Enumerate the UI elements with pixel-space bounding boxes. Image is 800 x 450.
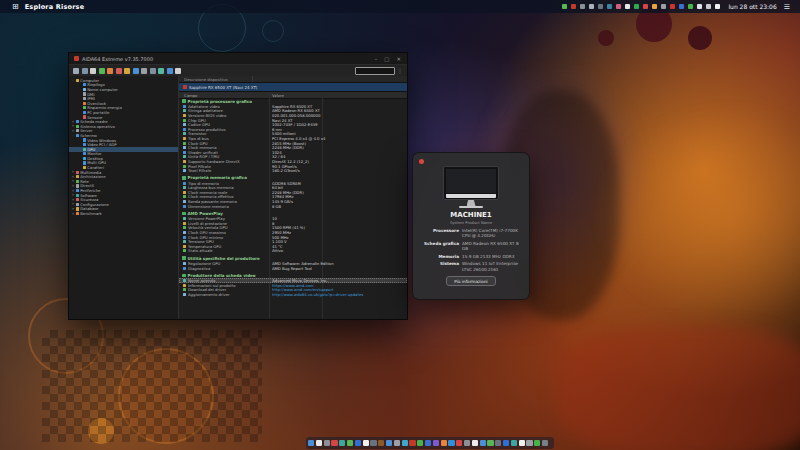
tray-icon-gray3[interactable] [661, 4, 666, 9]
dock-icon-14[interactable] [409, 440, 415, 446]
titlebar[interactable]: AIDA64 Extreme v7.35.7000 – ▢ ✕ [69, 53, 407, 65]
start-menu-icon[interactable]: ⊞ [12, 3, 19, 11]
tree-expander-icon[interactable]: - [71, 78, 75, 82]
dock-icon-12[interactable] [394, 440, 400, 446]
tree-item-icon [83, 97, 86, 100]
tray-icon-red2[interactable] [643, 4, 648, 9]
tray-icon-green2[interactable] [634, 4, 639, 9]
help-icon[interactable] [167, 68, 173, 74]
close-icon[interactable] [419, 159, 424, 164]
tree-expander-icon[interactable]: + [71, 120, 75, 124]
tree-expander-icon[interactable]: + [71, 175, 75, 179]
tree-expander-icon[interactable]: + [71, 193, 75, 197]
kebab-menu-icon[interactable]: ⋮ [397, 67, 403, 74]
table-row[interactable]: Stato attualeAttivo [179, 249, 407, 254]
maximize-button[interactable]: ▢ [384, 56, 389, 62]
tree-expander-icon[interactable]: + [71, 129, 75, 133]
dock-icon-31[interactable] [542, 440, 548, 446]
tray-icon-pink[interactable] [616, 4, 621, 9]
dock-icon-7[interactable] [355, 440, 361, 446]
dock-icon-18[interactable] [441, 440, 447, 446]
dock-icon-20[interactable] [456, 440, 462, 446]
tree-expander-icon[interactable]: - [71, 133, 75, 137]
table-row[interactable]: DiagnosticaAMD Bug Report Tool [179, 266, 407, 271]
search-input[interactable] [356, 69, 394, 74]
dock-icon-15[interactable] [417, 440, 423, 446]
tree-expander-icon[interactable]: + [71, 212, 75, 216]
tray-icon-green3[interactable] [688, 4, 693, 9]
info-icon[interactable] [175, 68, 181, 74]
settings-icon[interactable] [150, 68, 156, 74]
dock-icon-16[interactable] [425, 440, 431, 446]
table-row[interactable]: Dimensione memoria8 GB [179, 204, 407, 209]
tray-icon-light3[interactable] [715, 4, 720, 9]
forward-icon[interactable] [82, 68, 88, 74]
tray-icon-blue2[interactable] [679, 4, 684, 9]
tray-icon-gray1[interactable] [580, 4, 585, 9]
dock-icon-10[interactable] [378, 440, 384, 446]
value-link[interactable]: http://www.aida64.co.uk/goto?p=driver-up… [272, 292, 405, 297]
tray-icon-red3[interactable] [670, 4, 675, 9]
dock-icon-3[interactable] [324, 440, 330, 446]
dock-icon-21[interactable] [464, 440, 470, 446]
table-row[interactable]: Texel Fillrate180.2 GTexel/s [179, 168, 407, 173]
dock-icon-11[interactable] [386, 440, 392, 446]
tree-expander-icon[interactable]: + [71, 124, 75, 128]
update-icon[interactable] [158, 68, 164, 74]
minimize-button[interactable]: – [374, 56, 377, 62]
dock-icon-13[interactable] [402, 440, 408, 446]
dock-icon-9[interactable] [370, 440, 376, 446]
sensor-icon[interactable] [116, 68, 122, 74]
tray-icon-blue[interactable] [607, 4, 612, 9]
dock-icon-24[interactable] [487, 440, 493, 446]
dock-icon-1[interactable] [308, 440, 314, 446]
dock-icon-4[interactable] [331, 440, 337, 446]
dock-icon-23[interactable] [480, 440, 486, 446]
video-icon[interactable] [133, 68, 139, 74]
search-box[interactable] [355, 67, 395, 75]
report-icon[interactable] [90, 68, 96, 74]
dock-icon-22[interactable] [472, 440, 478, 446]
tray-icon-red[interactable] [571, 4, 576, 9]
tray-icons [562, 4, 720, 9]
dock-icon-19[interactable] [448, 440, 454, 446]
database-icon[interactable] [124, 68, 130, 74]
tree-expander-icon[interactable]: + [71, 198, 75, 202]
tray-icon-slate[interactable] [598, 4, 603, 9]
tree-expander-icon[interactable]: + [71, 189, 75, 193]
dock-icon-29[interactable] [526, 440, 532, 446]
tree-expander-icon[interactable]: + [71, 184, 75, 188]
tree-expander-icon[interactable]: + [71, 170, 75, 174]
dock-icon-5[interactable] [339, 440, 345, 446]
tray-icon-light1[interactable] [697, 4, 702, 9]
device-row[interactable]: Sapphire RX 6500 XT (Navi 24 XT) [179, 83, 407, 92]
benchmark-icon[interactable] [107, 68, 113, 74]
tray-icon-green[interactable] [562, 4, 567, 9]
tree-item[interactable]: +Benchmark [69, 211, 178, 216]
back-icon[interactable] [73, 68, 79, 74]
dock-icon-17[interactable] [433, 440, 439, 446]
tree-expander-icon[interactable]: + [71, 179, 75, 183]
dock-icon-28[interactable] [519, 440, 525, 446]
notification-center-icon[interactable]: ☰ [784, 3, 790, 11]
tray-icon-gray2[interactable] [589, 4, 594, 9]
table-row[interactable]: Aggiornamento driverhttp://www.aida64.co… [179, 292, 407, 297]
dock-icon-27[interactable] [511, 440, 517, 446]
tray-icon-light2[interactable] [706, 4, 711, 9]
close-button[interactable]: ✕ [396, 56, 401, 62]
dock-icon-25[interactable] [495, 440, 501, 446]
dock-icon-2[interactable] [316, 440, 322, 446]
menubar-clock[interactable]: lun 28 ott 23:06 [728, 3, 776, 10]
tree-expander-icon[interactable]: + [71, 207, 75, 211]
active-app-name[interactable]: Esplora Risorse [25, 3, 85, 11]
dock-icon-26[interactable] [503, 440, 509, 446]
dock-icon-8[interactable] [363, 440, 369, 446]
more-info-button[interactable]: Più informazioni [446, 276, 495, 286]
tree-expander-icon[interactable]: + [71, 202, 75, 206]
tray-icon-white[interactable] [625, 4, 630, 9]
chart-icon[interactable] [99, 68, 105, 74]
tray-icon-orange[interactable] [652, 4, 657, 9]
dock-icon-6[interactable] [347, 440, 353, 446]
screenshot-icon[interactable] [141, 68, 147, 74]
dock-icon-30[interactable] [534, 440, 540, 446]
